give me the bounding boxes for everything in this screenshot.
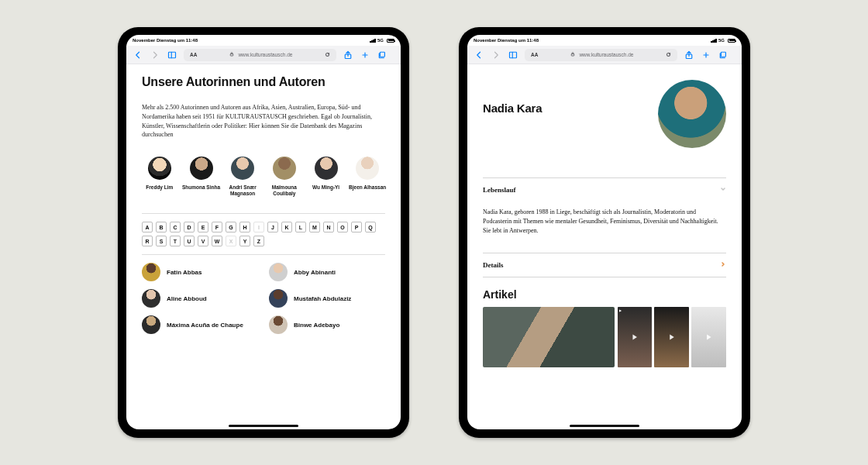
alpha-letter-B[interactable]: B	[156, 222, 167, 232]
accordion-details[interactable]: Details	[483, 253, 726, 277]
alpha-letter-R[interactable]: R	[142, 236, 153, 246]
alpha-letter-Y[interactable]: Y	[239, 236, 250, 246]
author-name: Fatin Abbas	[167, 269, 202, 276]
alpha-letter-Z[interactable]: Z	[253, 236, 264, 246]
author-name: Shumona Sinha	[182, 184, 221, 191]
intro-text: Mehr als 2.500 Autorinnen und Autoren au…	[142, 103, 373, 139]
forward-button[interactable]	[491, 50, 501, 60]
tabs-button[interactable]	[718, 50, 728, 60]
featured-author[interactable]: Bjeen Alhassan	[348, 157, 387, 197]
status-time: November Dienstag um 11:48	[133, 38, 198, 43]
article-hero[interactable]	[483, 307, 615, 367]
alpha-letter-M[interactable]: M	[309, 222, 320, 232]
alpha-letter-N[interactable]: N	[323, 222, 334, 232]
home-indicator[interactable]	[570, 425, 639, 427]
alpha-letter-J[interactable]: J	[267, 222, 278, 232]
back-button[interactable]	[474, 50, 484, 60]
section-articles-heading: Artikel	[483, 288, 726, 301]
avatar	[269, 263, 288, 281]
alpha-letter-S[interactable]: S	[156, 236, 167, 246]
new-tab-button[interactable]	[701, 50, 711, 60]
alpha-letter-Q[interactable]: Q	[365, 222, 376, 232]
url-text: www.kulturaustausch.de	[579, 52, 633, 57]
share-button[interactable]	[684, 50, 694, 60]
author-list-item[interactable]: Binwe Adebayo	[269, 315, 385, 334]
article-thumb[interactable]	[691, 307, 726, 367]
alpha-letter-H[interactable]: H	[239, 222, 250, 232]
author-list-item[interactable]: Aline Abboud	[142, 289, 258, 308]
author-list-item[interactable]: Mustafah Abdulaziz	[269, 289, 385, 308]
alpha-letter-X: X	[226, 236, 236, 246]
home-indicator[interactable]	[229, 425, 298, 427]
forward-button[interactable]	[150, 50, 160, 60]
tabs-button[interactable]	[377, 50, 388, 60]
featured-author[interactable]: Andri Snær Magnason	[223, 157, 262, 197]
alpha-letter-W[interactable]: W	[212, 236, 222, 246]
sidebar-icon[interactable]	[508, 50, 518, 60]
back-button[interactable]	[133, 50, 143, 60]
article-thumb[interactable]	[654, 307, 689, 367]
alpha-letter-V[interactable]: V	[198, 236, 208, 246]
author-results: Fatin Abbas Abby Abinanti Aline Abboud M…	[142, 263, 385, 334]
avatar	[269, 315, 288, 334]
alpha-letter-U[interactable]: U	[184, 236, 195, 246]
status-time: November Dienstag um 11:48	[474, 38, 539, 43]
play-icon	[654, 307, 689, 367]
alphabet-filter: ABCDEFGHIJKLMNOPQRSTUVWXYZ	[142, 213, 385, 255]
address-bar[interactable]: AA www.kulturaustausch.de	[184, 49, 336, 61]
reader-aa[interactable]: AA	[531, 52, 538, 57]
avatar	[315, 157, 338, 180]
alpha-letter-C[interactable]: C	[170, 222, 181, 232]
alpha-letter-A[interactable]: A	[142, 222, 153, 232]
svg-rect-5	[572, 54, 575, 57]
alpha-letter-T[interactable]: T	[170, 236, 181, 246]
tablet-device-right: November Dienstag um 11:48 5G AA www.kul…	[459, 27, 750, 438]
svg-rect-4	[510, 52, 517, 58]
author-name: Wu Ming-Yi	[307, 184, 346, 191]
accordion-label: Lebenslauf	[483, 186, 516, 194]
share-button[interactable]	[343, 50, 353, 60]
alpha-letter-E[interactable]: E	[198, 222, 208, 232]
status-network: 5G	[377, 38, 384, 43]
status-network: 5G	[718, 38, 725, 43]
refresh-icon[interactable]	[666, 52, 671, 58]
alpha-letter-D[interactable]: D	[184, 222, 195, 232]
author-list-item[interactable]: Abby Abinanti	[269, 263, 385, 281]
featured-author[interactable]: Wu Ming-Yi	[307, 157, 346, 197]
featured-author[interactable]: Maïmouna Coulibaly	[265, 157, 304, 197]
alpha-letter-O[interactable]: O	[337, 222, 348, 232]
accordion-cv[interactable]: Lebenslauf	[483, 178, 726, 202]
refresh-icon[interactable]	[325, 52, 330, 58]
url-text: www.kulturaustausch.de	[238, 52, 292, 57]
avatar	[190, 157, 213, 180]
cellular-icon	[370, 39, 376, 43]
chevron-right-icon	[720, 261, 726, 269]
avatar	[142, 315, 160, 334]
author-name: Binwe Adebayo	[294, 322, 339, 329]
alpha-letter-F[interactable]: F	[212, 222, 222, 232]
avatar	[231, 157, 254, 180]
chevron-down-icon	[720, 186, 726, 194]
new-tab-button[interactable]	[360, 50, 370, 60]
alpha-letter-G[interactable]: G	[226, 222, 236, 232]
play-icon	[691, 307, 726, 367]
featured-author[interactable]: Shumona Sinha	[182, 157, 221, 197]
featured-author[interactable]: Freddy Lim	[140, 157, 179, 197]
battery-icon	[728, 39, 735, 43]
address-bar[interactable]: AA www.kulturaustausch.de	[525, 49, 677, 61]
alpha-letter-K[interactable]: K	[281, 222, 292, 232]
author-list-item[interactable]: Fatin Abbas	[142, 263, 258, 281]
alpha-letter-L[interactable]: L	[295, 222, 306, 232]
article-thumb[interactable]: ▶	[618, 307, 653, 367]
lock-icon	[229, 52, 234, 57]
reader-aa[interactable]: AA	[190, 52, 197, 57]
featured-authors-row: Freddy Lim Shumona Sinha Andri Snær Magn…	[140, 157, 387, 197]
battery-icon	[387, 39, 394, 43]
alpha-letter-P[interactable]: P	[351, 222, 362, 232]
svg-rect-3	[381, 52, 385, 57]
author-name: Freddy Lim	[140, 184, 179, 191]
svg-rect-0	[169, 52, 176, 58]
author-list-item[interactable]: Máxima Acuña de Chaupe	[142, 315, 258, 334]
sidebar-icon[interactable]	[167, 50, 177, 60]
svg-rect-7	[722, 52, 726, 57]
